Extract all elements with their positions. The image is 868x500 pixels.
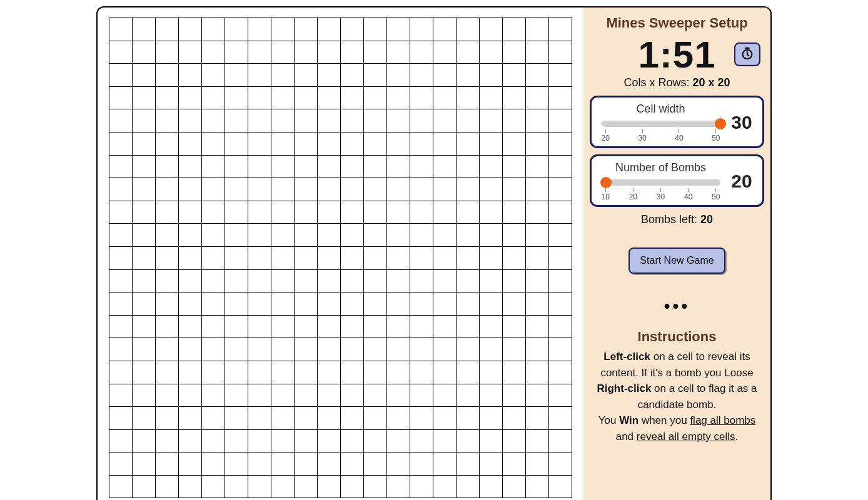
board-cell[interactable] (387, 224, 410, 246)
board-cell[interactable] (433, 132, 456, 155)
board-cell[interactable] (480, 224, 502, 246)
board-cell[interactable] (109, 292, 132, 315)
board-cell[interactable] (318, 452, 340, 475)
board-cell[interactable] (156, 361, 178, 384)
board-cell[interactable] (526, 430, 548, 452)
board-cell[interactable] (109, 224, 132, 246)
board-cell[interactable] (225, 156, 248, 178)
board-cell[interactable] (433, 292, 456, 315)
board-cell[interactable] (364, 178, 386, 201)
board-cell[interactable] (341, 338, 363, 361)
board-cell[interactable] (133, 430, 155, 452)
board-cell[interactable] (179, 361, 201, 384)
board-cell[interactable] (433, 109, 456, 132)
board-cell[interactable] (109, 247, 132, 269)
board-cell[interactable] (271, 156, 294, 178)
board-cell[interactable] (225, 452, 248, 475)
board-cell[interactable] (179, 316, 201, 338)
board-cell[interactable] (549, 178, 572, 201)
board-cell[interactable] (225, 361, 248, 384)
board-cell[interactable] (364, 247, 386, 269)
board-cell[interactable] (271, 338, 294, 361)
board-cell[interactable] (202, 384, 225, 407)
board-cell[interactable] (109, 316, 132, 338)
board-cell[interactable] (480, 156, 502, 178)
board-cell[interactable] (202, 156, 225, 178)
board-cell[interactable] (156, 270, 178, 292)
board-cell[interactable] (549, 224, 572, 246)
board-cell[interactable] (433, 224, 456, 246)
board-cell[interactable] (503, 18, 525, 41)
board-cell[interactable] (225, 384, 248, 407)
board-cell[interactable] (364, 476, 386, 498)
board-cell[interactable] (503, 476, 525, 498)
board-cell[interactable] (549, 270, 572, 292)
board-cell[interactable] (109, 361, 132, 384)
board-cell[interactable] (133, 156, 155, 178)
board-cell[interactable] (318, 476, 340, 498)
board-cell[interactable] (156, 41, 178, 64)
board-cell[interactable] (179, 178, 201, 201)
board-cell[interactable] (318, 109, 340, 132)
board-cell[interactable] (526, 270, 548, 292)
board-cell[interactable] (410, 201, 433, 224)
board-cell[interactable] (156, 476, 178, 498)
board-cell[interactable] (109, 452, 132, 475)
board-cell[interactable] (318, 224, 340, 246)
board-cell[interactable] (295, 384, 317, 407)
board-cell[interactable] (202, 41, 225, 64)
board-cell[interactable] (549, 132, 572, 155)
board-cell[interactable] (526, 156, 548, 178)
board-cell[interactable] (202, 430, 225, 452)
board-cell[interactable] (364, 270, 386, 292)
board-cell[interactable] (410, 316, 433, 338)
board-cell[interactable] (433, 247, 456, 269)
board-cell[interactable] (364, 452, 386, 475)
board-cell[interactable] (410, 178, 433, 201)
board-cell[interactable] (156, 247, 178, 269)
board-cell[interactable] (225, 316, 248, 338)
board-cell[interactable] (457, 476, 479, 498)
start-new-game-button[interactable]: Start New Game (628, 248, 725, 274)
board-cell[interactable] (433, 64, 456, 86)
board-cell[interactable] (109, 430, 132, 452)
board-cell[interactable] (202, 292, 225, 315)
board-cell[interactable] (549, 87, 572, 109)
board-cell[interactable] (410, 156, 433, 178)
board-cell[interactable] (480, 270, 502, 292)
board-cell[interactable] (179, 292, 201, 315)
board-cell[interactable] (179, 407, 201, 429)
board-cell[interactable] (457, 452, 479, 475)
board-cell[interactable] (248, 384, 271, 407)
board-cell[interactable] (549, 41, 572, 64)
board-cell[interactable] (364, 292, 386, 315)
board-cell[interactable] (480, 407, 502, 429)
board-cell[interactable] (503, 201, 525, 224)
board-cell[interactable] (503, 452, 525, 475)
board-cell[interactable] (248, 476, 271, 498)
board-cell[interactable] (133, 452, 155, 475)
board-cell[interactable] (156, 87, 178, 109)
board-cell[interactable] (549, 18, 572, 41)
board-cell[interactable] (248, 292, 271, 315)
board-cell[interactable] (295, 361, 317, 384)
board-cell[interactable] (526, 384, 548, 407)
timer-reset-button[interactable] (734, 42, 760, 66)
board-cell[interactable] (410, 224, 433, 246)
board-cell[interactable] (156, 430, 178, 452)
board-cell[interactable] (387, 292, 410, 315)
board-cell[interactable] (526, 476, 548, 498)
board-cell[interactable] (364, 224, 386, 246)
board-cell[interactable] (410, 247, 433, 269)
board-cell[interactable] (225, 109, 248, 132)
board-cell[interactable] (549, 247, 572, 269)
board-cell[interactable] (202, 452, 225, 475)
board-cell[interactable] (248, 109, 271, 132)
board-cell[interactable] (295, 430, 317, 452)
board-cell[interactable] (410, 452, 433, 475)
board-cell[interactable] (202, 64, 225, 86)
board-cell[interactable] (457, 384, 479, 407)
board-cell[interactable] (387, 41, 410, 64)
board-cell[interactable] (318, 178, 340, 201)
board-cell[interactable] (433, 316, 456, 338)
